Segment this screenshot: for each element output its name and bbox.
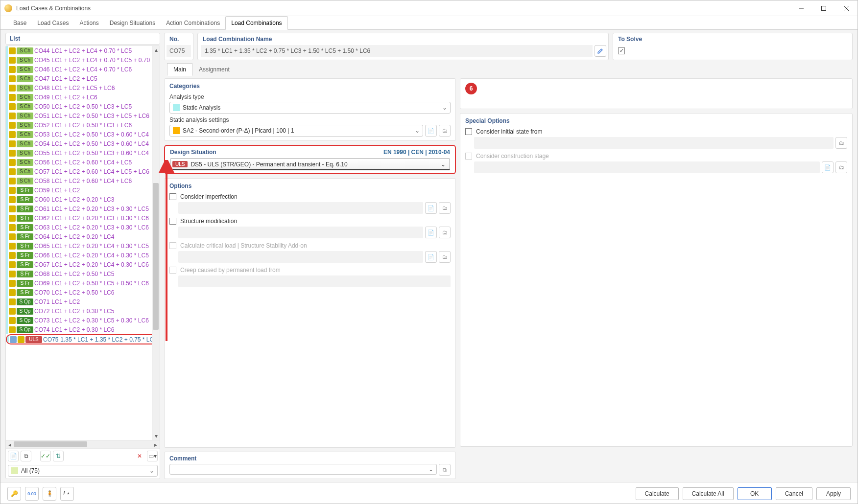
- hscroll-thumb[interactable]: [14, 441, 87, 447]
- copy-item-button[interactable]: ⧉: [21, 451, 31, 461]
- settings-new-button[interactable]: 📄: [425, 125, 437, 137]
- structure-mod-lib-button[interactable]: 🗂: [439, 227, 451, 238]
- tab-base[interactable]: Base: [8, 17, 32, 29]
- list-item[interactable]: S FrCO59LC1 + LC2: [6, 185, 160, 195]
- comment-input[interactable]: ⌄: [169, 464, 437, 475]
- imperfection-lib-button[interactable]: 🗂: [439, 202, 451, 214]
- apply-button[interactable]: Apply: [816, 487, 851, 500]
- new-item-button[interactable]: 📄: [8, 451, 19, 461]
- category-tag: S Fr: [17, 289, 33, 296]
- initial-state-lib-button[interactable]: 🗂: [835, 137, 847, 149]
- name-input[interactable]: 1.35 * LC1 + 1.35 * LC2 + 0.75 * LC3 + 1…: [201, 45, 593, 57]
- imperfection-checkbox[interactable]: [169, 193, 176, 200]
- check-button[interactable]: ✓✓: [40, 451, 51, 461]
- list-item[interactable]: S FrCO64LC1 + LC2 + 0.20 * LC4: [6, 232, 160, 241]
- construction-stage-input: [474, 161, 820, 173]
- formula-button[interactable]: f﹡: [60, 487, 74, 501]
- ok-button[interactable]: OK: [738, 487, 772, 500]
- filter-value: All (75): [21, 467, 40, 474]
- maximize-button[interactable]: [812, 0, 835, 16]
- toggle-view-button[interactable]: ▭▾: [147, 451, 158, 461]
- analysis-type-select[interactable]: Static Analysis ⌄: [169, 102, 451, 114]
- list-item[interactable]: S ChCO44LC1 + LC2 + LC4 + 0.70 * LC5: [6, 46, 160, 55]
- tab-actions[interactable]: Actions: [74, 17, 104, 29]
- calculate-all-button[interactable]: Calculate All: [683, 487, 734, 500]
- list-item[interactable]: ULSCO751.35 * LC1 + 1.35 * LC2 + 0.75 * …: [6, 334, 160, 344]
- info-button[interactable]: 🧍: [43, 487, 56, 501]
- combination-formula: LC1 + LC2 + LC4 + 0.70 * LC5: [51, 47, 132, 54]
- badge-area: 6: [460, 78, 853, 109]
- list-item[interactable]: S FrCO66LC1 + LC2 + 0.20 * LC4 + 0.30 * …: [6, 251, 160, 260]
- list-item[interactable]: S ChCO53LC1 + LC2 + 0.50 * LC3 + 0.60 * …: [6, 130, 160, 139]
- scroll-down-arrow[interactable]: ▾: [152, 432, 160, 440]
- list-item[interactable]: S ChCO50LC1 + LC2 + 0.50 * LC3 + LC5: [6, 102, 160, 111]
- settings-lib-button[interactable]: 🗂: [439, 125, 451, 137]
- combination-formula: LC1 + LC2 + LC4 + 0.70 * LC5 + 0.70: [51, 57, 150, 64]
- subtab-main[interactable]: Main: [167, 63, 192, 76]
- list-item[interactable]: S ChCO49LC1 + LC2 + LC6: [6, 92, 160, 102]
- scroll-up-arrow[interactable]: ▴: [152, 46, 160, 54]
- list-item[interactable]: S FrCO62LC1 + LC2 + 0.20 * LC3 + 0.30 * …: [6, 213, 160, 223]
- units-button[interactable]: 0.00: [25, 487, 39, 501]
- imperfection-new-button[interactable]: 📄: [425, 202, 437, 214]
- combination-id: CO52: [34, 122, 49, 129]
- delete-button[interactable]: ✕: [134, 451, 145, 461]
- list-item[interactable]: S FrCO65LC1 + LC2 + 0.20 * LC4 + 0.30 * …: [6, 241, 160, 251]
- combination-id: CO67: [34, 261, 49, 268]
- list-item[interactable]: S ChCO58LC1 + LC2 + 0.60 * LC4 + LC6: [6, 176, 160, 185]
- structure-mod-checkbox[interactable]: [169, 218, 176, 225]
- tree-button[interactable]: ⇅: [53, 451, 64, 461]
- category-tag: S Ch: [17, 150, 33, 157]
- list-item[interactable]: S FrCO63LC1 + LC2 + 0.20 * LC3 + 0.30 * …: [6, 223, 160, 232]
- list-item[interactable]: S FrCO68LC1 + LC2 + 0.50 * LC5: [6, 269, 160, 278]
- scroll-thumb[interactable]: [153, 183, 159, 330]
- list-item[interactable]: S ChCO57LC1 + LC2 + 0.60 * LC4 + LC5 + L…: [6, 167, 160, 176]
- tab-design-situations[interactable]: Design Situations: [104, 17, 161, 29]
- structure-mod-new-button[interactable]: 📄: [425, 227, 437, 238]
- to-solve-checkbox[interactable]: [618, 47, 625, 54]
- list-item[interactable]: S QpCO72LC1 + LC2 + 0.30 * LC5: [6, 306, 160, 316]
- list-item[interactable]: S FrCO61LC1 + LC2 + 0.20 * LC3 + 0.30 * …: [6, 204, 160, 213]
- list-item[interactable]: S ChCO55LC1 + LC2 + 0.50 * LC3 + 0.60 * …: [6, 148, 160, 158]
- vertical-scrollbar[interactable]: ▴ ▾: [152, 46, 160, 440]
- analysis-type-icon: [173, 104, 180, 111]
- edit-name-button[interactable]: [595, 45, 606, 57]
- list-item[interactable]: S QpCO74LC1 + LC2 + 0.30 * LC6: [6, 325, 160, 334]
- list-item[interactable]: S QpCO73LC1 + LC2 + 0.30 * LC5 + 0.30 * …: [6, 316, 160, 325]
- list-item[interactable]: S QpCO71LC1 + LC2: [6, 297, 160, 306]
- list-item[interactable]: S ChCO46LC1 + LC2 + LC4 + 0.70 * LC6: [6, 65, 160, 74]
- list-item[interactable]: S ChCO45LC1 + LC2 + LC4 + 0.70 * LC5 + 0…: [6, 55, 160, 65]
- cancel-button[interactable]: Cancel: [776, 487, 812, 500]
- calculate-button[interactable]: Calculate: [636, 487, 679, 500]
- list-filter-select[interactable]: All (75) ⌄: [8, 465, 158, 477]
- list-item[interactable]: S ChCO48LC1 + LC2 + LC5 + LC6: [6, 83, 160, 92]
- list-item[interactable]: S FrCO69LC1 + LC2 + 0.50 * LC5 + 0.50 * …: [6, 278, 160, 288]
- combination-id: CO63: [34, 224, 49, 231]
- tab-load-combinations[interactable]: Load Combinations: [225, 16, 287, 30]
- minimize-button[interactable]: [790, 0, 812, 16]
- comment-copy-button[interactable]: ⧉: [439, 464, 451, 476]
- list-item[interactable]: S ChCO52LC1 + LC2 + 0.50 * LC3 + LC6: [6, 120, 160, 130]
- scroll-right-arrow[interactable]: ▸: [152, 440, 160, 449]
- tab-load-cases[interactable]: Load Cases: [32, 17, 74, 29]
- settings-select[interactable]: SA2 - Second-order (P-Δ) | Picard | 100 …: [169, 125, 423, 137]
- tab-action-combinations[interactable]: Action Combinations: [161, 17, 225, 29]
- scroll-left-arrow[interactable]: ◂: [6, 440, 14, 449]
- initial-state-checkbox[interactable]: [465, 128, 472, 135]
- list-item[interactable]: S ChCO54LC1 + LC2 + 0.50 * LC3 + 0.60 * …: [6, 139, 160, 148]
- load-combination-list[interactable]: S ChCO44LC1 + LC2 + LC4 + 0.70 * LC5S Ch…: [6, 46, 160, 440]
- list-item[interactable]: S FrCO70LC1 + LC2 + 0.50 * LC6: [6, 288, 160, 297]
- help-button[interactable]: 🔑: [7, 487, 21, 501]
- category-tag: S Ch: [17, 168, 33, 175]
- close-button[interactable]: [835, 0, 858, 16]
- subtab-assignment[interactable]: Assignment: [192, 63, 236, 76]
- solve-label: To Solve: [613, 33, 852, 45]
- horizontal-scrollbar[interactable]: ◂ ▸: [6, 440, 160, 448]
- main-tabstrip: BaseLoad CasesActionsDesign SituationsAc…: [0, 16, 858, 30]
- design-situation-select[interactable]: ULS DS5 - ULS (STR/GEO) - Permanent and …: [170, 159, 450, 170]
- list-item[interactable]: S FrCO67LC1 + LC2 + 0.20 * LC4 + 0.30 * …: [6, 260, 160, 269]
- list-item[interactable]: S ChCO47LC1 + LC2 + LC5: [6, 74, 160, 83]
- list-item[interactable]: S FrCO60LC1 + LC2 + 0.20 * LC3: [6, 195, 160, 204]
- list-item[interactable]: S ChCO51LC1 + LC2 + 0.50 * LC3 + LC5 + L…: [6, 111, 160, 120]
- list-item[interactable]: S ChCO56LC1 + LC2 + 0.60 * LC4 + LC5: [6, 158, 160, 167]
